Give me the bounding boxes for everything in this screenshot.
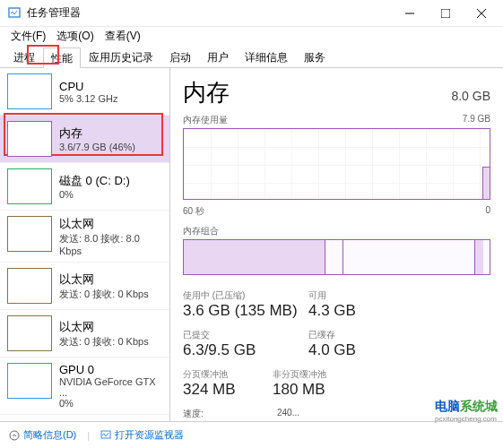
tab-bar: 进程 性能 应用历史记录 启动 用户 详细信息 服务 [0, 47, 503, 68]
sidebar-sub: NVIDIA GeForce GTX ... [59, 376, 162, 398]
sidebar-item-3[interactable]: 以太网发送: 8.0 接收: 8.0 Kbps [0, 211, 169, 263]
cached-value: 4.0 GB [308, 341, 371, 359]
sidebar-sub: 发送: 0 接收: 0 Kbps [59, 335, 149, 349]
watermark: 电脑系统城 pcxitongcheng.com [435, 399, 498, 423]
avail-label: 可用 [308, 289, 371, 302]
main-title: 内存 [183, 77, 230, 108]
menu-view[interactable]: 查看(V) [100, 27, 146, 47]
main-total: 8.0 GB [451, 89, 490, 103]
sidebar-thumb [7, 73, 52, 109]
sidebar-item-2[interactable]: 磁盘 0 (C: D:)0% [0, 163, 169, 211]
tab-history[interactable]: 应用历史记录 [81, 47, 161, 67]
sidebar-thumb [7, 315, 52, 351]
menu-options[interactable]: 选项(O) [51, 27, 99, 47]
usage-max: 7.9 GB [463, 114, 490, 126]
sidebar-thumb [7, 168, 52, 204]
sidebar-sub: 发送: 0 接收: 0 Kbps [59, 288, 149, 301]
sidebar-thumb [7, 216, 52, 252]
tab-details[interactable]: 详细信息 [237, 47, 296, 67]
menubar: 文件(F) 选项(O) 查看(V) [0, 27, 503, 47]
sidebar-item-6[interactable]: GPU 0NVIDIA GeForce GTX ...0% [0, 358, 169, 415]
sidebar-name: GPU 0 [59, 363, 162, 376]
fewer-details-link[interactable]: 简略信息(D) [9, 428, 76, 442]
committed-label: 已提交 [183, 329, 308, 341]
inuse-label: 使用中 (已压缩) [183, 289, 308, 302]
app-icon [7, 6, 22, 21]
sidebar-sub: 0% [59, 189, 130, 200]
sidebar-thumb [7, 268, 52, 304]
minimize-button[interactable] [392, 1, 428, 26]
sidebar-sub: 5% 3.12 GHz [59, 93, 117, 104]
sidebar-sub: 发送: 8.0 接收: 8.0 Kbps [59, 232, 162, 256]
sidebar-item-5[interactable]: 以太网发送: 0 接收: 0 Kbps [0, 310, 169, 358]
svg-rect-0 [9, 8, 20, 17]
composition-chart [183, 239, 490, 275]
tab-startup[interactable]: 启动 [161, 47, 199, 67]
titlebar: 任务管理器 [0, 0, 503, 27]
tab-users[interactable]: 用户 [199, 47, 237, 67]
sidebar-name: 磁盘 0 (C: D:) [59, 173, 130, 189]
usage-chart [183, 128, 490, 200]
time-label: 60 秒 [183, 205, 204, 218]
nonpaged-label: 非分页缓冲池 [273, 368, 362, 381]
cached-label: 已缓存 [308, 329, 371, 341]
sidebar-thumb [7, 121, 52, 157]
time-zero: 0 [485, 205, 490, 218]
sidebar-name: 以太网 [59, 319, 149, 335]
sidebar-name: 以太网 [59, 271, 149, 288]
sidebar-sub2: 0% [59, 398, 162, 409]
inuse-value: 3.6 GB (135 MB) [183, 302, 308, 320]
close-button[interactable] [464, 1, 499, 26]
footer: 简略信息(D) | 打开资源监视器 [0, 421, 503, 448]
usage-label: 内存使用量 [183, 114, 228, 126]
tab-services[interactable]: 服务 [296, 47, 334, 67]
window-title: 任务管理器 [27, 5, 392, 21]
nonpaged-value: 180 MB [273, 381, 362, 399]
avail-value: 4.3 GB [308, 302, 371, 320]
speed-l: 速度: [183, 408, 204, 420]
speed-v: 240... [277, 408, 299, 420]
svg-point-5 [10, 431, 19, 440]
menu-file[interactable]: 文件(F) [5, 27, 51, 47]
highlight-tab [27, 45, 59, 65]
sidebar-name: CPU [59, 80, 117, 93]
maximize-button[interactable] [428, 1, 464, 26]
svg-rect-2 [441, 9, 450, 18]
resource-monitor-link[interactable]: 打开资源监视器 [100, 428, 184, 442]
comp-label: 内存组合 [183, 225, 219, 237]
paged-label: 分页缓冲池 [183, 368, 273, 381]
main-panel: 内存 8.0 GB 内存使用量7.9 GB 60 秒0 内存组合 使用中 (已压… [170, 68, 503, 421]
sidebar-item-4[interactable]: 以太网发送: 0 接收: 0 Kbps [0, 263, 169, 310]
stats-right: 速度:240... 已使用的插槽:1/2 外形规格:DIM... 为硬件保留的内… [183, 408, 299, 421]
committed-value: 6.3/9.5 GB [183, 341, 308, 359]
sidebar-name: 以太网 [59, 216, 162, 232]
sidebar-item-0[interactable]: CPU5% 3.12 GHz [0, 68, 169, 116]
sidebar-thumb [7, 363, 52, 399]
paged-value: 324 MB [183, 381, 273, 399]
